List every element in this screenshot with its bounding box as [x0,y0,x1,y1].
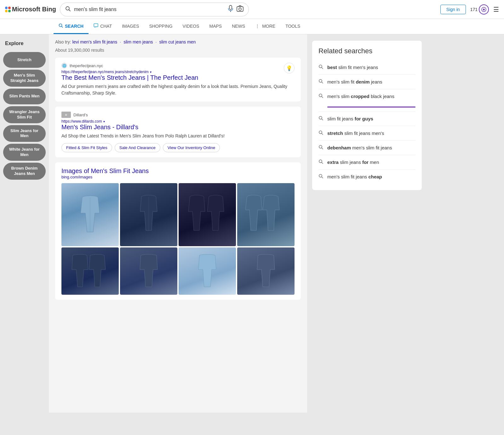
result-2-url: https://www.dillards.com [61,119,102,124]
url-dropdown-icon[interactable]: ▾ [150,70,152,74]
jeans-svg-1 [77,194,103,235]
tab-images-label: IMAGES [122,24,139,29]
also-try-slim[interactable]: slim men jeans [123,39,153,44]
pill-inventory[interactable]: View Our Inventory Online [163,143,220,152]
sign-in-button[interactable]: Sign in [440,5,466,14]
purple-underline [327,107,415,107]
dot-red [8,7,11,9]
image-6[interactable] [120,247,177,295]
related-item-5[interactable]: debenham men's slim fit jeans [318,141,415,155]
image-7[interactable] [179,247,236,295]
tab-more-label: MORE [262,24,275,29]
sidebar-item-straight-label: Men's Slim Straight Jeans [7,73,42,84]
result-1-title[interactable]: The Best Men's Stretch Jeans | The Perfe… [61,74,295,81]
image-4[interactable] [237,183,295,246]
result-1-url: https://theperfectjean.nyc/mens jeans/st… [61,70,149,74]
hamburger-menu-icon[interactable]: ☰ [493,6,499,13]
dot-blue [5,7,8,9]
rewards-circle-icon[interactable] [479,4,489,14]
related-search-icon-3 [318,116,324,122]
related-search-icon-2 [318,93,324,100]
related-text-4: stretch slim fit jeans men's [327,130,384,136]
tab-more[interactable]: ⋮ MORE [250,19,280,34]
jeans-svg-3 [187,194,228,235]
result-2-source: D Dillard's [61,112,295,118]
svg-line-27 [322,177,323,178]
result-2-pill-links: Fitted & Slim Fit Styles Sale And Cleara… [61,143,295,152]
related-searches-card: Related searches best slim fit men's jea… [312,41,422,190]
related-item-2[interactable]: men's slim cropped black jeans [318,89,415,112]
related-text-5: debenham men's slim fit jeans [327,144,392,151]
jeans-svg-4 [245,194,286,235]
svg-line-15 [322,82,323,83]
related-text-1: men's slim fit denim jeans [327,78,382,85]
sidebar-item-slim-pants-label: Slim Pants Men [9,94,39,99]
related-text-6: extra slim jeans for men [327,159,379,165]
sidebar-item-stretch[interactable]: Stretch [3,52,46,68]
also-try-cut[interactable]: slim cut jeans men [159,39,196,44]
related-item-6[interactable]: extra slim jeans for men [318,155,415,170]
url-2-dropdown-icon[interactable]: ▾ [103,120,105,123]
sidebar-item-slim-men[interactable]: Slim Jeans for Men [3,125,46,142]
svg-line-19 [322,119,323,120]
logo-dots [5,7,11,12]
related-searches-title: Related searches [318,47,415,55]
tab-tools[interactable]: TOOLS [280,19,305,34]
sidebar-item-straight[interactable]: Men's Slim Straight Jeans [3,70,46,87]
camera-icon[interactable] [237,5,243,13]
svg-line-8 [62,26,63,28]
tab-maps[interactable]: MAPS [204,19,227,34]
jeans-svg-5 [71,254,109,288]
related-text-0: best slim fit men's jeans [327,64,378,71]
result-card-2: D Dillard's https://www.dillards.com ▾ M… [55,107,301,157]
sidebar-item-brown-denim[interactable]: Brown Denim Jeans Men [3,163,46,180]
image-1[interactable] [61,183,119,246]
also-try-label: Also try: [55,39,71,44]
tab-images[interactable]: IMAGES [117,19,144,34]
tab-news[interactable]: NEWS [227,19,250,34]
related-item-1[interactable]: men's slim fit denim jeans [318,75,415,89]
pill-sale[interactable]: Sale And Clearance [115,143,160,152]
related-text-2: men's slim cropped black jeans [327,93,394,100]
dot-green [8,10,11,12]
related-item-4[interactable]: stretch slim fit jeans men's [318,126,415,141]
sidebar-item-wrangler[interactable]: Wrangler Jeans Slim Fit [3,106,46,123]
image-2[interactable] [120,183,177,246]
svg-line-17 [322,96,323,98]
image-5[interactable] [61,247,119,295]
result-1-desc-text: Ad Our premium men's jeans are crafted w… [61,84,287,96]
sidebar-item-stretch-label: Stretch [17,57,32,63]
svg-rect-2 [229,5,232,9]
search-bar[interactable] [60,3,249,16]
search-input[interactable] [74,7,225,12]
also-try-levi[interactable]: levi men's slim fit jeans [72,39,117,44]
images-grid [61,183,295,295]
images-title[interactable]: Images of Men's Slim Fit Jeans [61,167,295,175]
result-card-1: 💡 🌐 theperfectjean.nyc https://theperfec… [55,58,301,102]
related-item-3[interactable]: slim fit jeans for guys [318,112,415,126]
images-source[interactable]: bing.com/images [61,175,295,179]
tab-chat[interactable]: CHAT [89,19,117,34]
related-item-0[interactable]: best slim fit men's jeans [318,60,415,75]
sidebar: Explore Stretch Men's Slim Straight Jean… [0,34,49,413]
main-layout: Explore Stretch Men's Slim Straight Jean… [0,34,504,413]
smart-answer-button[interactable]: 💡 [284,63,295,73]
tab-tools-label: TOOLS [285,24,300,29]
result-1-title-link[interactable]: The Best Men's Stretch Jeans | The Perfe… [61,74,198,81]
search-bar-icons [228,5,243,14]
pill-fitted[interactable]: Fitted & Slim Fit Styles [61,143,112,152]
result-2-domain: Dillard's [73,113,88,117]
tab-videos[interactable]: VIDEOS [178,19,204,34]
mic-icon[interactable] [228,5,233,14]
tab-shopping[interactable]: SHOPPING [144,19,178,34]
sidebar-item-white-jeans-label: White Jeans for Men [7,147,42,158]
sidebar-item-slim-pants[interactable]: Slim Pants Men [3,89,46,104]
chat-tab-icon [94,23,98,29]
related-item-7[interactable]: men's slim fit jeans cheap [318,170,415,184]
tab-search[interactable]: SEARCH [54,19,89,34]
image-3[interactable] [179,183,236,246]
image-8[interactable] [237,247,295,295]
sidebar-item-white-jeans[interactable]: White Jeans for Men [3,144,46,161]
result-2-title-link[interactable]: Men's Slim Jeans - Dillard's [61,124,138,130]
result-2-title[interactable]: Men's Slim Jeans - Dillard's [61,124,295,131]
